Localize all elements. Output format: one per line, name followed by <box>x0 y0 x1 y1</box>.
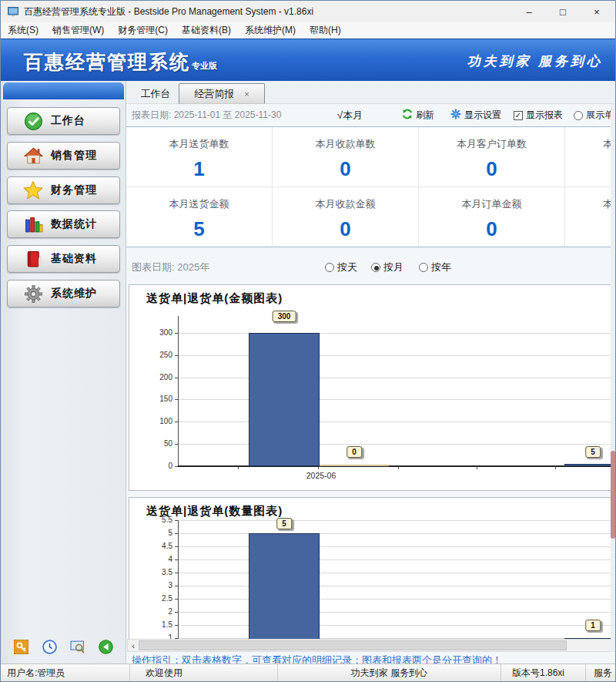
tab-label: 经营简报 <box>194 87 234 101</box>
sidebar-item-basicdata[interactable]: 基础资料 <box>7 245 120 273</box>
x-tick <box>318 466 319 469</box>
back-tool-icon[interactable] <box>99 640 113 654</box>
stats-panel: 本月送货单数1 本月收款单数0 本月客户订单数0 本 本月送货金额5 本月收款金… <box>126 126 612 247</box>
this-month-button[interactable]: √本月 <box>337 104 363 126</box>
y-tick-label: 50 <box>146 439 172 448</box>
grid-line <box>179 625 612 626</box>
vertical-scrollbar-thumb[interactable] <box>611 451 615 539</box>
sidebar-item-workbench[interactable]: 工作台 <box>7 107 120 135</box>
stat-value[interactable]: 0 <box>419 157 564 181</box>
scrollbar-thumb[interactable] <box>139 640 567 650</box>
show-report-checkbox[interactable]: ✓ 显示报表 <box>514 104 563 126</box>
stat-value[interactable]: 0 <box>273 157 418 181</box>
sidebar-quick-tools <box>1 640 126 654</box>
grid-line <box>179 399 612 400</box>
menu-basicdata[interactable]: 基础资料(B) <box>175 24 238 37</box>
stat-card[interactable]: 本月送货单数1 <box>126 127 273 187</box>
sidebar-item-finance[interactable]: 财务管理 <box>7 176 120 204</box>
tab-briefing[interactable]: 经营简报 × <box>179 83 265 104</box>
y-axis-line <box>178 520 179 639</box>
y-tick-label: 3.5 <box>146 568 172 576</box>
y-tick-label: 300 <box>146 328 172 337</box>
display-settings-button[interactable]: 显示设置 <box>450 104 501 126</box>
sidebar-item-label: 财务管理 <box>51 183 97 197</box>
clock-tool-icon[interactable] <box>42 640 57 654</box>
value-label: 300 <box>273 311 296 322</box>
maximize-button[interactable]: □ <box>546 1 580 22</box>
y-tick-label: 250 <box>146 351 172 359</box>
preview-tool-icon[interactable] <box>70 640 85 654</box>
stat-card[interactable]: 本月收款金额0 <box>273 187 419 247</box>
sidebar-item-maintenance[interactable]: 系统维护 <box>7 280 120 307</box>
show-doc-radio[interactable]: 展示单 <box>574 104 614 126</box>
brand-text: 百惠经营管理系统 <box>24 51 190 72</box>
y-tick-label: 5 <box>146 529 172 537</box>
sidebar-item-label: 基础资料 <box>51 252 97 266</box>
radio-by-day[interactable]: 按天 <box>325 260 357 274</box>
stat-value[interactable]: 0 <box>419 217 564 241</box>
app-window: 百惠经营管理系统专业版 - Bestside Pro Management Sy… <box>0 0 616 682</box>
y-tick-label: 2.5 <box>146 594 172 603</box>
stat-value[interactable]: 1 <box>126 157 272 181</box>
stat-card[interactable]: 本月收款单数0 <box>273 127 419 187</box>
stat-card[interactable]: 本月订单金额0 <box>419 187 565 247</box>
stat-card[interactable]: 本月客户订单数0 <box>419 127 565 187</box>
vertical-scrollbar-track[interactable] <box>611 104 615 652</box>
horizontal-scrollbar[interactable]: ‹ <box>127 639 613 652</box>
window-controls: – □ × <box>512 1 614 22</box>
tab-workbench[interactable]: 工作台 <box>134 83 177 104</box>
menu-sales[interactable]: 销售管理(W) <box>45 24 111 37</box>
show-doc-label: 展示单 <box>586 109 614 122</box>
stat-card-clipped[interactable]: 本 <box>565 127 612 187</box>
sidebar-item-sales[interactable]: 销售管理 <box>7 142 120 170</box>
y-axis-line <box>178 316 179 466</box>
sidebar-item-statistics[interactable]: 数据统计 <box>7 210 120 238</box>
main-area: 工作台 经营简报 × 报表日期: 2025-11-01 至 2025-11-30… <box>126 81 615 664</box>
titlebar: 百惠经营管理系统专业版 - Bestside Pro Management Sy… <box>1 1 615 22</box>
y-tick-label: 4 <box>146 555 172 563</box>
scroll-left-arrow-icon[interactable]: ‹ <box>128 641 139 650</box>
brand-banner: 百惠经营管理系统专业版 功夫到家 服务到心 <box>1 39 615 81</box>
stat-value[interactable]: 0 <box>273 217 418 241</box>
app-icon <box>8 7 18 17</box>
radio-by-year[interactable]: 按年 <box>419 260 451 274</box>
grid-line <box>179 333 612 334</box>
stat-card-clipped[interactable]: 本 <box>565 187 612 247</box>
radio-label: 按月 <box>383 260 403 274</box>
tab-close-icon[interactable]: × <box>244 89 249 99</box>
x-tick <box>238 466 239 469</box>
menu-help[interactable]: 帮助(H) <box>303 24 348 37</box>
sidebar-header-bar <box>3 82 124 99</box>
sidebar-item-label: 数据统计 <box>51 217 97 231</box>
stat-card[interactable]: 本月送货金额5 <box>126 187 273 247</box>
x-tick <box>477 466 477 469</box>
grid-line <box>179 444 612 445</box>
stat-label: 本月送货金额 <box>126 197 272 211</box>
value-label: 1 <box>585 620 601 631</box>
stats-grid: 本月送货单数1 本月收款单数0 本月客户订单数0 本 本月送货金额5 本月收款金… <box>126 127 612 247</box>
radio-label: 按天 <box>337 260 357 274</box>
grid-line <box>179 573 612 573</box>
key-tool-icon[interactable] <box>14 640 28 654</box>
x-tick <box>555 466 556 469</box>
tabbar: 工作台 经营简报 × <box>126 81 615 104</box>
menubar: 系统(S) 销售管理(W) 财务管理(C) 基础资料(B) 系统维护(M) 帮助… <box>1 22 615 39</box>
x-tick <box>398 466 399 469</box>
refresh-button[interactable]: 刷新 <box>402 104 434 126</box>
stat-label: 本月订单金额 <box>419 197 564 211</box>
menu-finance[interactable]: 财务管理(C) <box>111 24 175 37</box>
grid-line <box>179 378 612 378</box>
red-book-icon <box>23 249 43 269</box>
menu-maintenance[interactable]: 系统维护(M) <box>238 24 303 37</box>
radio-label: 按年 <box>431 260 451 274</box>
radio-by-month[interactable]: 按月 <box>371 260 403 274</box>
statusbar: 用户名:管理员 欢迎使用 功夫到家 服务到心 版本号1.86xi 服务 <box>1 664 615 681</box>
value-label: 5 <box>585 446 601 458</box>
menu-system[interactable]: 系统(S) <box>1 24 45 37</box>
close-button[interactable]: × <box>580 1 614 22</box>
value-label: 5 <box>276 518 292 529</box>
minimize-button[interactable]: – <box>512 1 546 22</box>
quantity-chart-panel: 送货单|退货单(数量图表)11.522.533.544.555.551 <box>129 497 612 640</box>
grid-line <box>179 520 612 521</box>
stat-value[interactable]: 5 <box>126 217 272 241</box>
